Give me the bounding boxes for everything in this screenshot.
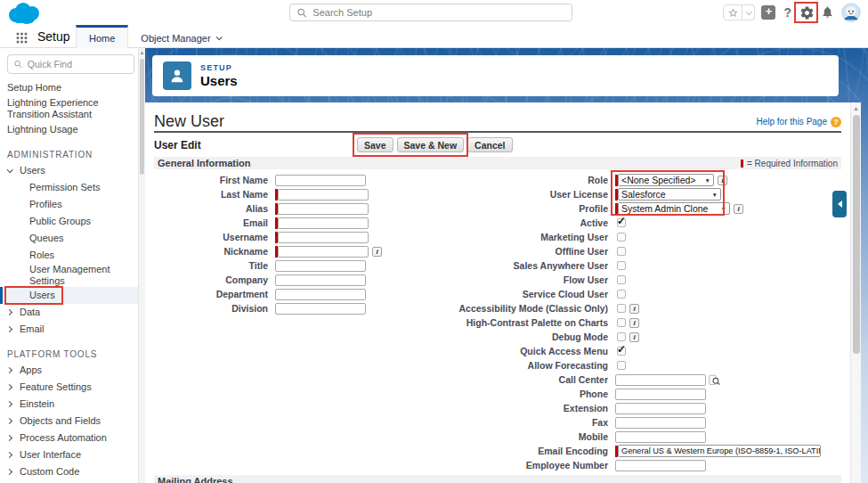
form-row-department: Department — [154, 287, 390, 301]
favorites-star-button[interactable] — [723, 4, 742, 20]
field-input-call-center[interactable] — [615, 374, 706, 386]
sidebar-item-users[interactable]: Users — [0, 162, 145, 179]
field-input-last-name[interactable] — [278, 189, 369, 201]
tab-home-label: Home — [89, 33, 115, 44]
info-icon[interactable]: i — [718, 176, 727, 185]
user-edit-label: User Edit — [154, 139, 201, 151]
sidebar-item-public-groups[interactable]: Public Groups — [0, 213, 145, 230]
field-input-division[interactable] — [275, 303, 366, 315]
sidebar-item-custom-code[interactable]: Custom Code — [0, 463, 145, 480]
quick-create-button[interactable]: + — [761, 5, 775, 20]
sidebar-item-objects-and-fields[interactable]: Objects and Fields — [0, 413, 145, 430]
sidebar-item-permission-sets[interactable]: Permission Sets — [0, 179, 145, 196]
sidebar-item-email[interactable]: Email — [0, 321, 145, 338]
field-label-employee-number: Employee Number — [384, 460, 615, 471]
chevron-right-icon — [6, 367, 12, 373]
info-icon[interactable]: i — [629, 318, 639, 328]
sidebar-item-lightning-usage[interactable]: Lightning Usage — [0, 121, 145, 138]
field-control-debug-mode: i — [615, 332, 639, 342]
field-checkbox-quick-access-menu[interactable] — [617, 347, 626, 356]
sidebar-item-user-management-settings[interactable]: User Management Settings — [0, 264, 145, 287]
field-select-user-license[interactable]: Salesforce▼ — [618, 188, 721, 201]
sidebar-item-profiles[interactable]: Profiles — [0, 196, 145, 213]
help-button[interactable]: ? — [782, 5, 793, 20]
field-input-department[interactable] — [275, 289, 366, 300]
field-control-username — [275, 232, 369, 243]
sidebar-item-einstein[interactable]: Einstein — [0, 396, 145, 413]
sidebar-item-label: Lightning Experience Transition Assistan… — [7, 97, 136, 120]
sidebar-item-apps[interactable]: Apps — [0, 362, 145, 379]
field-input-mobile[interactable] — [615, 431, 706, 443]
setup-gear-button[interactable] — [799, 5, 815, 20]
save-and-new-button[interactable]: Save & New — [397, 137, 465, 152]
notifications-button[interactable] — [821, 5, 835, 20]
field-control-title — [275, 260, 366, 272]
app-launcher-waffle-icon[interactable] — [16, 31, 28, 47]
sidebar-item-queues[interactable]: Queues — [0, 230, 145, 247]
field-input-employee-number[interactable] — [615, 460, 706, 471]
field-control-active — [615, 218, 626, 227]
sidebar-item-setup-home[interactable]: Setup Home — [0, 79, 145, 96]
field-checkbox-allow-forecasting[interactable] — [617, 361, 626, 370]
sidebar-collapse-tab[interactable] — [832, 191, 847, 217]
field-input-phone[interactable] — [615, 389, 706, 400]
scroll-up-arrow[interactable]: ▲ — [139, 50, 145, 55]
sidebar-scrollbar[interactable]: ▲ — [138, 48, 145, 483]
field-checkbox-marketing-user[interactable] — [617, 233, 626, 242]
field-input-extension[interactable] — [615, 403, 706, 414]
field-select-role[interactable]: <None Specified>▼ — [618, 174, 714, 186]
field-input-email[interactable] — [278, 217, 369, 229]
field-checkbox-offline-user[interactable] — [617, 247, 626, 256]
field-input-nickname[interactable] — [278, 246, 369, 258]
tab-object-manager[interactable]: Object Manager — [128, 25, 232, 48]
field-input-username[interactable] — [278, 232, 369, 243]
quick-find-box[interactable] — [7, 54, 134, 74]
lookup-icon[interactable] — [709, 374, 720, 386]
field-input-company[interactable] — [275, 274, 366, 286]
form-row-service-cloud-user: Service Cloud User — [384, 287, 847, 301]
form-row-title: Title — [154, 258, 390, 273]
info-icon[interactable]: i — [734, 204, 743, 214]
sidebar-item-users[interactable]: Users — [0, 287, 145, 304]
field-checkbox-service-cloud-user[interactable] — [617, 290, 626, 299]
field-checkbox-debug-mode[interactable] — [617, 332, 626, 341]
field-checkbox-accessibility-mode-classic-only[interactable] — [617, 304, 626, 313]
save-button[interactable]: Save — [357, 137, 393, 152]
scroll-up-arrow[interactable]: ▲ — [851, 105, 861, 111]
field-input-title[interactable] — [275, 260, 366, 272]
field-checkbox-high-contrast-palette-on-charts[interactable] — [617, 318, 626, 327]
sidebar-item-user-interface[interactable]: User Interface — [0, 446, 145, 463]
field-input-first-name[interactable] — [275, 175, 366, 186]
help-for-this-page-link[interactable]: Help for this Page ? — [757, 117, 842, 127]
sidebar-item-lightning-experience-transition-assistant[interactable]: Lightning Experience Transition Assistan… — [0, 96, 145, 121]
global-search[interactable] — [289, 4, 572, 21]
sidebar-item-process-automation[interactable]: Process Automation — [0, 430, 145, 446]
chevron-down-icon — [746, 9, 752, 15]
user-avatar[interactable] — [841, 3, 861, 22]
tab-home[interactable]: Home — [76, 25, 128, 48]
sidebar-item-roles[interactable]: Roles — [0, 247, 145, 264]
info-icon[interactable]: i — [629, 304, 639, 314]
quick-find-input[interactable] — [28, 59, 127, 70]
field-input-fax[interactable] — [615, 417, 706, 429]
global-search-input[interactable] — [312, 7, 564, 18]
field-label-last-name: Last Name — [154, 189, 275, 200]
sidebar-item-feature-settings[interactable]: Feature Settings — [0, 379, 145, 396]
favorites-dropdown-button[interactable] — [742, 4, 755, 20]
field-select-email-encoding[interactable]: General US & Western Europe (ISO-8859-1,… — [618, 445, 821, 457]
field-select-profile[interactable]: System Admin Clone▼ — [618, 202, 730, 215]
sidebar-item-data[interactable]: Data — [0, 304, 145, 321]
cancel-button[interactable]: Cancel — [467, 137, 512, 152]
info-icon[interactable]: i — [372, 247, 382, 257]
field-checkbox-sales-anywhere-user[interactable] — [617, 261, 626, 270]
field-checkbox-flow-user[interactable] — [617, 275, 626, 284]
form-row-employee-number: Employee Number — [384, 458, 847, 472]
select-value: System Admin Clone — [621, 203, 708, 214]
main-scrollbar[interactable]: ▲ — [850, 102, 861, 483]
field-input-alias[interactable] — [278, 203, 369, 215]
main-scrollbar-thumb[interactable] — [853, 115, 860, 354]
app-name: Setup — [37, 29, 70, 44]
info-icon[interactable]: i — [629, 332, 639, 342]
field-checkbox-active[interactable] — [617, 218, 626, 227]
sidebar-scrollbar-thumb[interactable] — [140, 59, 144, 175]
